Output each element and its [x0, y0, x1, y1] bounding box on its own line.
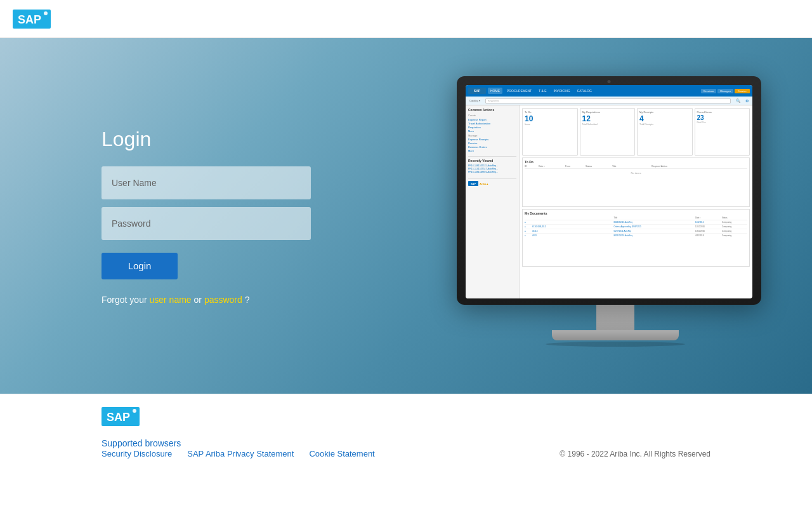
screen-tab-catalog: CATALOG — [575, 88, 594, 94]
sidebar-item-expense-report: Expense Report — [468, 118, 516, 121]
screen-tab-invoicing: INVOICING — [551, 88, 573, 94]
screen-tab-tae: T & E — [536, 88, 549, 94]
sidebar-item-travel-auth: Travel Authorization — [468, 122, 516, 125]
monitor-base — [552, 330, 679, 340]
monitor-neck — [596, 305, 634, 330]
rv-item-2: PR15-1141557547-AutoReq... — [468, 168, 516, 170]
screen-card-requisitions: My Requisitions 12 Total Submitted — [580, 108, 636, 156]
login-title: Login — [102, 128, 317, 151]
svg-text:SAP: SAP — [107, 411, 130, 424]
privacy-statement-link[interactable]: SAP Ariba Privacy Statement — [187, 449, 294, 458]
forgot-username-link[interactable]: user name — [149, 295, 191, 305]
screen-search-bar: Catalog ▾ Keywords 🔍 ⚙ — [466, 97, 752, 105]
security-disclosure-link[interactable]: Security Disclosure — [102, 449, 172, 458]
sidebar-item-requisition: Requisition — [468, 126, 516, 129]
monitor-mockup: SAP HOME PROCUREMENT T & E INVOICING CAT… — [457, 76, 774, 368]
screen-documents-table: My Documents TitleDate ↑Status ●84135515… — [522, 209, 750, 267]
screen-card-todo: To Do 10 Items — [522, 108, 578, 156]
monitor-base-shadow — [546, 342, 685, 347]
svg-point-5 — [133, 409, 136, 413]
hero-section: Login Login Forgot your user name or pas… — [0, 38, 812, 394]
sidebar-item-receive: Receive — [468, 142, 516, 145]
sidebar-item-business-orders: Business Orders — [468, 145, 516, 149]
recently-viewed-title: Recently Viewed — [468, 159, 516, 163]
footer-links: Security Disclosure SAP Ariba Privacy St… — [102, 449, 375, 458]
sidebar-title-common-actions: Common Actions — [468, 108, 516, 112]
header: SAP — [0, 0, 812, 38]
screen-card-pinned: Pinned Items 23 Paid Pos — [695, 108, 750, 156]
footer-bottom: Security Disclosure SAP Ariba Privacy St… — [102, 449, 710, 458]
screen-tab-home: HOME — [488, 88, 502, 94]
forgot-text: Forgot your user name or password ? — [102, 295, 317, 305]
screen-tab-procurement: PROCUREMENT — [504, 88, 534, 94]
username-input[interactable] — [102, 166, 311, 199]
login-button[interactable]: Login — [102, 253, 178, 279]
screen-sidebar: Common Actions Create Expense Report Tra… — [466, 105, 520, 298]
sap-logo: SAP — [13, 10, 51, 29]
svg-point-2 — [44, 11, 48, 15]
cookie-statement-link[interactable]: Cookie Statement — [309, 449, 374, 458]
screen-card-receipts: My Receipts 4 Total Receipts — [637, 108, 693, 156]
screen-topbar: SAP HOME PROCUREMENT T & E INVOICING CAT… — [466, 85, 752, 97]
rv-item-1: PR16-1481507515-AutoReq... — [468, 164, 516, 167]
supported-browsers-link[interactable]: Supported browsers — [102, 438, 181, 448]
copyright-text: © 1996 - 2022 Ariba Inc. All Rights Rese… — [560, 450, 710, 458]
sidebar-item-more-create: More — [468, 130, 516, 133]
login-area: Login Login Forgot your user name or pas… — [102, 128, 317, 305]
screen-todo-table: To Do IDDate ↑FromStatusTitleRequired Ac… — [522, 157, 750, 207]
svg-text:SAP: SAP — [18, 13, 41, 26]
footer: SAP Supported browsers Security Disclosu… — [0, 394, 812, 508]
sidebar-item-more-manage: More — [468, 149, 516, 152]
sidebar-item-expense-receipts: Expense Receipts — [468, 138, 516, 141]
forgot-password-link[interactable]: password — [204, 295, 242, 305]
footer-logo: SAP — [102, 407, 710, 429]
password-input[interactable] — [102, 207, 311, 240]
screen-stats-area: To Do 10 Items My Requisitions 12 Total … — [520, 105, 752, 298]
monitor-screen: SAP HOME PROCUREMENT T & E INVOICING CAT… — [466, 85, 752, 298]
monitor-camera — [608, 80, 611, 83]
rv-item-3: PR16-1481548891-AutoReq... — [468, 171, 516, 173]
monitor-body: SAP HOME PROCUREMENT T & E INVOICING CAT… — [457, 76, 761, 305]
screen-content: Common Actions Create Expense Report Tra… — [466, 105, 752, 298]
